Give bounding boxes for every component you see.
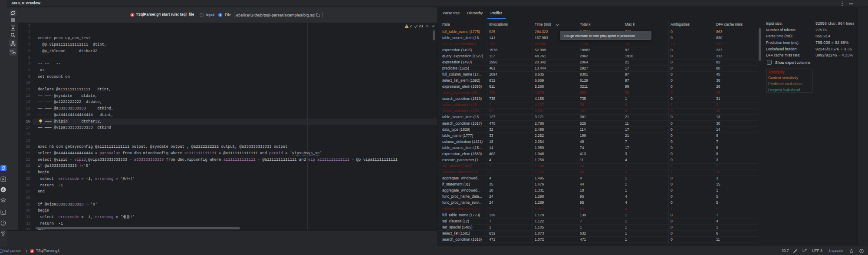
svg-text:A: A	[2, 188, 5, 192]
svg-text:A: A	[131, 13, 133, 17]
svg-text:A: A	[31, 250, 33, 253]
